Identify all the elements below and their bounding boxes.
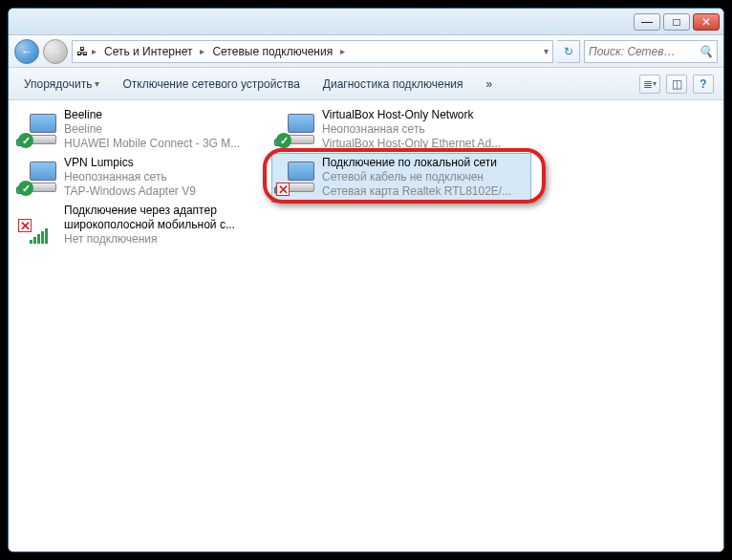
item-sub1: Beeline xyxy=(64,122,270,137)
arrow-right-icon: → xyxy=(50,45,61,58)
arrow-left-icon: ← xyxy=(21,45,32,58)
item-sub2: TAP-Windows Adapter V9 xyxy=(64,184,270,199)
help-button[interactable]: ? xyxy=(693,75,714,94)
refresh-button[interactable]: ↻ xyxy=(557,40,580,63)
maximize-button[interactable]: □ xyxy=(663,13,690,31)
item-sub2: HUAWEI Mobile Connect - 3G M... xyxy=(64,137,270,151)
search-icon: 🔍 xyxy=(699,45,713,58)
item-title: Подключение через адаптер широкополосной… xyxy=(64,204,270,232)
address-bar[interactable]: 🖧 ▸ Сеть и Интернет ▸ Сетевые подключени… xyxy=(72,40,553,63)
connection-icon: ✓ xyxy=(16,156,62,198)
close-button[interactable]: ✕ xyxy=(693,13,720,31)
forward-button[interactable]: → xyxy=(43,39,68,64)
navbar: ← → 🖧 ▸ Сеть и Интернет ▸ Сетевые подклю… xyxy=(9,35,723,68)
toolbar: Упорядочить ▾ Отключение сетевого устрой… xyxy=(9,68,723,100)
more-button[interactable]: » xyxy=(481,74,499,95)
diagnostics-button[interactable]: Диагностика подключения xyxy=(317,74,469,95)
chevron-right-icon: ▸ xyxy=(92,46,97,56)
disable-device-button[interactable]: Отключение сетевого устройства xyxy=(117,74,305,95)
chevron-down-icon[interactable]: ▾ xyxy=(544,46,549,56)
connection-item-virtualbox[interactable]: ✓ VirtualBox Host-Only Network Неопознан… xyxy=(272,106,530,154)
item-sub1: Сетевой кабель не подключен xyxy=(322,170,528,184)
connection-item-broadband[interactable]: ✕ Подключение через адаптер широкополосн… xyxy=(14,202,272,249)
connection-item-lan[interactable]: ✕ Подключение по локальной сети Сетевой … xyxy=(272,154,530,202)
view-mode-button[interactable]: ≣▾ xyxy=(639,75,660,94)
signal-bars-icon xyxy=(30,228,48,244)
connection-icon: ✕ xyxy=(16,204,62,246)
chevron-right-icon: ▸ xyxy=(340,46,345,56)
item-title: Подключение по локальной сети xyxy=(322,156,528,170)
item-sub2: Нет подключения xyxy=(64,232,270,247)
refresh-icon: ↻ xyxy=(564,45,573,58)
explorer-window: — □ ✕ ← → 🖧 ▸ Сеть и Интернет ▸ Сетевые … xyxy=(8,8,724,552)
item-sub1: Неопознанная сеть xyxy=(322,122,528,137)
view-icons: ≣▾ ◫ ? xyxy=(639,75,714,94)
item-sub1: Неопознанная сеть xyxy=(64,170,270,184)
back-button[interactable]: ← xyxy=(14,39,39,64)
status-ok-icon: ✓ xyxy=(18,181,33,196)
status-ok-icon: ✓ xyxy=(18,133,33,148)
item-sub2: Сетевая карта Realtek RTL8102E/... xyxy=(322,184,528,199)
search-box[interactable]: 🔍 xyxy=(584,40,718,63)
connection-icon: ✓ xyxy=(16,108,62,150)
breadcrumb-network[interactable]: Сеть и Интернет xyxy=(100,43,196,60)
connection-icon: ✕ xyxy=(274,156,320,198)
content-area: ✓ Beeline Beeline HUAWEI Mobile Connect … xyxy=(9,100,723,551)
item-title: VirtualBox Host-Only Network xyxy=(322,108,528,122)
location-icon: 🖧 xyxy=(76,45,88,58)
item-title: Beeline xyxy=(64,108,270,122)
status-error-icon: ✕ xyxy=(276,183,290,196)
titlebar: — □ ✕ xyxy=(9,9,723,35)
breadcrumb-connections[interactable]: Сетевые подключения xyxy=(208,43,336,60)
preview-pane-button[interactable]: ◫ xyxy=(666,75,687,94)
connection-item-beeline[interactable]: ✓ Beeline Beeline HUAWEI Mobile Connect … xyxy=(14,106,272,154)
item-title: VPN Lumpics xyxy=(64,156,270,170)
connection-item-vpn[interactable]: ✓ VPN Lumpics Неопознанная сеть TAP-Wind… xyxy=(14,154,272,202)
search-input[interactable] xyxy=(589,45,699,58)
connection-icon: ✓ xyxy=(274,108,320,150)
status-ok-icon: ✓ xyxy=(276,133,291,148)
minimize-button[interactable]: — xyxy=(634,13,660,31)
chevron-right-icon: ▸ xyxy=(200,46,205,56)
item-sub2: VirtualBox Host-Only Ethernet Ad... xyxy=(322,137,528,151)
organize-button[interactable]: Упорядочить ▾ xyxy=(18,74,105,95)
